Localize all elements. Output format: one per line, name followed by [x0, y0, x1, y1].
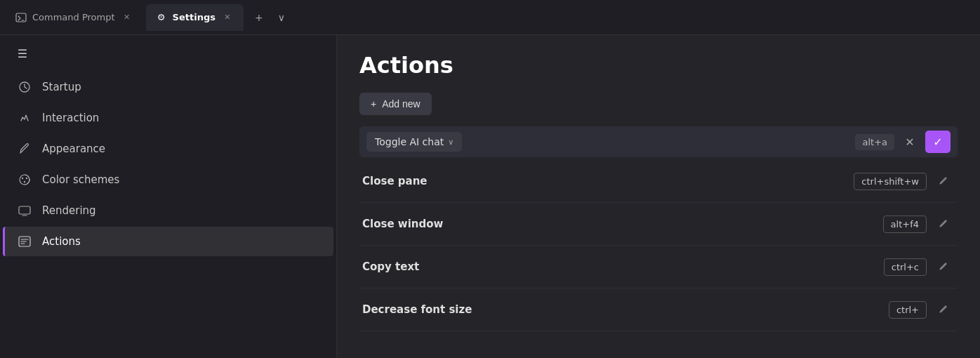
action-name-dropdown[interactable]: Toggle AI chat ∨: [366, 132, 462, 152]
sidebar-item-color-schemes[interactable]: Color schemes: [3, 165, 333, 194]
settings-tab-icon: ⚙: [156, 12, 167, 23]
copy-text-keybind: ctrl+c: [884, 258, 927, 276]
appearance-label: Appearance: [42, 142, 105, 155]
svg-point-3: [22, 178, 23, 179]
add-new-plus-icon: +: [371, 98, 376, 110]
sidebar-menu-button[interactable]: ☰: [8, 41, 37, 66]
action-row-close-pane: Close pane ctrl+shift+w: [359, 160, 958, 203]
add-new-label: Add new: [382, 98, 420, 110]
close-icon: ✕: [905, 135, 914, 149]
svg-point-5: [24, 181, 25, 183]
action-row-copy-text: Copy text ctrl+c: [359, 246, 958, 289]
cancel-edit-button[interactable]: ✕: [900, 132, 920, 152]
svg-rect-6: [19, 206, 30, 214]
command-prompt-icon: [15, 12, 27, 23]
decrease-font-size-keybind: ctrl+: [889, 301, 927, 319]
color-schemes-label: Color schemes: [42, 173, 119, 186]
sidebar-item-appearance[interactable]: Appearance: [3, 134, 333, 164]
appearance-icon: [17, 141, 32, 157]
tab-command-prompt[interactable]: Command Prompt ✕: [6, 4, 143, 31]
sidebar-item-actions[interactable]: Actions: [3, 227, 333, 256]
settings-tab-close[interactable]: ✕: [221, 11, 234, 24]
close-window-keybind: alt+f4: [883, 216, 927, 233]
settings-tab-label: Settings: [173, 12, 216, 22]
add-tab-button[interactable]: +: [249, 8, 269, 27]
svg-point-4: [26, 178, 27, 179]
close-pane-keybind: ctrl+shift+w: [854, 173, 927, 190]
action-row-close-window: Close window alt+f4: [359, 203, 958, 246]
color-schemes-icon: [17, 172, 32, 187]
cmd-prompt-tab-label: Command Prompt: [32, 12, 115, 22]
titlebar: Command Prompt ✕ ⚙ Settings ✕ + ∨: [0, 0, 980, 35]
startup-label: Startup: [42, 81, 81, 93]
close-window-label: Close window: [362, 218, 883, 230]
tab-dropdown-button[interactable]: ∨: [272, 8, 291, 27]
close-pane-edit-button[interactable]: [932, 170, 955, 192]
main-layout: ☰ Startup Interaction: [0, 35, 980, 358]
titlebar-actions: + ∨: [249, 8, 291, 27]
content-area: Actions + Add new Toggle AI chat ∨ alt+a…: [337, 35, 980, 358]
hamburger-icon: ☰: [18, 47, 27, 60]
actions-icon: [17, 234, 32, 249]
interaction-label: Interaction: [42, 112, 99, 124]
sidebar-item-rendering[interactable]: Rendering: [3, 196, 333, 225]
copy-text-label: Copy text: [362, 260, 884, 273]
tab-settings[interactable]: ⚙ Settings ✕: [146, 4, 244, 31]
rendering-label: Rendering: [42, 204, 96, 217]
action-dropdown-label: Toggle AI chat: [375, 136, 444, 147]
sidebar: ☰ Startup Interaction: [0, 35, 337, 358]
copy-text-edit-button[interactable]: [932, 256, 955, 278]
close-pane-label: Close pane: [362, 175, 854, 187]
keybind-input-display[interactable]: alt+a: [855, 134, 894, 150]
decrease-font-size-edit-button[interactable]: [932, 298, 955, 321]
sidebar-item-startup[interactable]: Startup: [3, 72, 333, 102]
interaction-icon: [17, 110, 32, 126]
toggle-ai-chat-edit-row: Toggle AI chat ∨ alt+a ✕ ✓: [359, 126, 958, 157]
confirm-edit-button[interactable]: ✓: [925, 131, 951, 153]
decrease-font-size-label: Decrease font size: [362, 303, 889, 316]
actions-label: Actions: [42, 235, 81, 248]
page-title: Actions: [359, 52, 958, 79]
rendering-icon: [17, 203, 32, 218]
startup-icon: [17, 79, 32, 95]
cmd-prompt-tab-close[interactable]: ✕: [121, 11, 133, 24]
add-new-button[interactable]: + Add new: [359, 93, 432, 115]
check-icon: ✓: [933, 135, 942, 149]
action-row-decrease-font-size: Decrease font size ctrl+: [359, 289, 958, 331]
sidebar-item-interaction[interactable]: Interaction: [3, 103, 333, 133]
svg-rect-0: [16, 13, 26, 22]
dropdown-chevron-icon: ∨: [448, 138, 453, 147]
close-window-edit-button[interactable]: [932, 213, 955, 235]
